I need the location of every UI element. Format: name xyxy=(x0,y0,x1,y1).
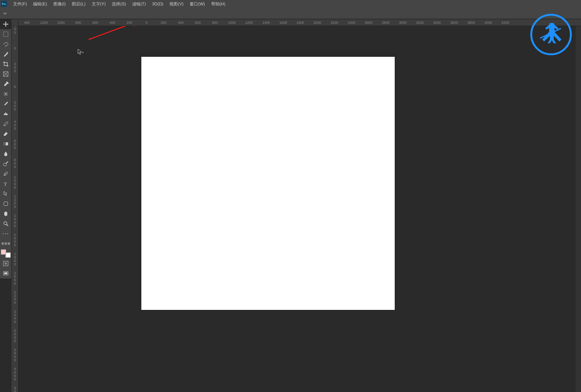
color-swatch[interactable] xyxy=(1,249,11,258)
magic-wand-tool[interactable] xyxy=(0,49,12,59)
ruler-tick: 2400 xyxy=(13,310,17,324)
ruler-tick: 2800 xyxy=(382,21,389,25)
type-tool[interactable]: T xyxy=(0,179,12,189)
annotation-arrow xyxy=(87,26,144,42)
dodge-tool[interactable] xyxy=(0,159,12,169)
ruler-tick: 2800 xyxy=(13,348,17,362)
edit-toolbar[interactable] xyxy=(0,239,12,249)
menu-filter[interactable]: 滤镜(T) xyxy=(129,0,149,8)
ruler-tick: 1000 xyxy=(13,176,17,189)
ruler-tick: 1200 xyxy=(40,21,48,25)
ruler-tick: 2000 xyxy=(313,21,321,25)
ruler-tick: 4200 xyxy=(502,21,509,25)
ruler-tick: 200 xyxy=(161,21,166,25)
svg-text:T: T xyxy=(4,181,7,187)
menu-image[interactable]: 图像(I) xyxy=(50,0,69,8)
svg-rect-17 xyxy=(4,272,7,274)
crop-tool[interactable] xyxy=(0,59,12,69)
ruler-tick: 0 xyxy=(13,85,17,89)
ruler-tick: 1800 xyxy=(13,252,17,266)
ruler-tick: 3200 xyxy=(416,21,424,25)
watermark-logo xyxy=(530,14,572,55)
ruler-tick: 1400 xyxy=(262,21,270,25)
svg-rect-7 xyxy=(3,142,6,145)
ruler-tick: 1800 xyxy=(296,21,304,25)
marquee-tool[interactable] xyxy=(0,29,12,39)
canvas[interactable] xyxy=(141,57,395,310)
app-icon: Ps xyxy=(1,1,7,7)
background-color[interactable] xyxy=(5,252,11,258)
menu-type[interactable]: 文字(Y) xyxy=(89,0,109,8)
quickmask-toggle[interactable] xyxy=(0,259,12,268)
ruler-tick: 1400 xyxy=(13,214,17,228)
menu-edit[interactable]: 编辑(E) xyxy=(30,0,50,8)
svg-line-20 xyxy=(89,26,141,40)
ruler-tick: 1000 xyxy=(57,21,65,25)
ruler-tick: 600 xyxy=(13,139,17,150)
ruler-tick: 400 xyxy=(13,120,17,130)
ruler-tick: 800 xyxy=(75,21,81,25)
ruler-tick: 4000 xyxy=(484,21,492,25)
menu-layer[interactable]: 图层(L) xyxy=(69,0,88,8)
ruler-tick: 600 xyxy=(195,21,200,25)
path-select-tool[interactable] xyxy=(0,189,12,199)
ruler-tick: 1600 xyxy=(13,233,17,247)
eyedropper-tool[interactable] xyxy=(0,79,12,89)
canvas-viewport[interactable] xyxy=(18,26,581,392)
ruler-tick: 1200 xyxy=(245,21,253,25)
ruler-tick: 3600 xyxy=(450,21,458,25)
clone-stamp-tool[interactable] xyxy=(0,109,12,119)
spot-heal-tool[interactable] xyxy=(0,89,12,99)
ruler-tick: 400 xyxy=(13,26,17,35)
ruler-corner xyxy=(12,19,18,26)
ruler-tick: 800 xyxy=(212,21,218,25)
frame-tool[interactable] xyxy=(0,69,12,79)
menu-file[interactable]: 文件(F) xyxy=(10,0,30,8)
ruler-tick: 2600 xyxy=(13,329,17,343)
blur-tool[interactable] xyxy=(0,149,12,159)
ruler-tick: 2600 xyxy=(365,21,372,25)
options-bar xyxy=(0,8,581,19)
ruler-tick: 0 xyxy=(13,47,17,50)
zoom-tool[interactable] xyxy=(0,219,12,229)
svg-line-9 xyxy=(6,161,8,163)
svg-point-8 xyxy=(3,163,7,166)
cursor-icon xyxy=(77,48,84,56)
shape-tool[interactable] xyxy=(0,199,12,209)
toolbox: T ••• xyxy=(0,19,12,278)
ruler-tick: 200 xyxy=(13,101,17,111)
ruler-tick: 2400 xyxy=(348,21,355,25)
more-tools[interactable]: ••• xyxy=(0,229,12,239)
ruler-tick: 400 xyxy=(109,21,115,25)
screenmode-toggle[interactable] xyxy=(0,268,12,278)
ruler-tick: 200 xyxy=(126,21,132,25)
workspace: 4001200100080060040020002004006008001000… xyxy=(12,19,581,392)
options-expand-icon[interactable] xyxy=(2,11,8,16)
gradient-tool[interactable] xyxy=(0,139,12,149)
ruler-tick: 1600 xyxy=(279,21,287,25)
ruler-tick: 3200 xyxy=(13,387,17,392)
menu-3d[interactable]: 3D(D) xyxy=(149,1,166,7)
foreground-color[interactable] xyxy=(1,249,6,255)
menu-view[interactable]: 视图(V) xyxy=(166,0,187,8)
lasso-tool[interactable] xyxy=(0,39,12,49)
svg-rect-0 xyxy=(3,32,8,36)
ruler-tick: 1000 xyxy=(228,21,236,25)
hand-tool[interactable] xyxy=(0,209,12,219)
move-tool[interactable] xyxy=(0,19,12,29)
ruler-tick: 1200 xyxy=(13,195,17,209)
brush-tool[interactable] xyxy=(0,99,12,109)
ruler-tick: 3000 xyxy=(13,367,17,381)
menu-window[interactable]: 窗口(W) xyxy=(187,0,208,8)
ruler-horizontal[interactable]: 4001200100080060040020002004006008001000… xyxy=(18,19,581,26)
ruler-tick: 800 xyxy=(13,158,17,169)
menu-help[interactable]: 帮助(H) xyxy=(208,0,228,8)
ruler-vertical[interactable]: 4000200020040060080010001200140016001800… xyxy=(12,26,18,392)
scrollbar-vertical[interactable] xyxy=(576,26,581,392)
history-brush-tool[interactable] xyxy=(0,119,12,129)
menu-select[interactable]: 选择(S) xyxy=(109,0,129,8)
ruler-tick: 600 xyxy=(92,21,98,25)
eraser-tool[interactable] xyxy=(0,129,12,139)
pen-tool[interactable] xyxy=(0,169,12,179)
ruler-tick: 200 xyxy=(13,63,17,73)
